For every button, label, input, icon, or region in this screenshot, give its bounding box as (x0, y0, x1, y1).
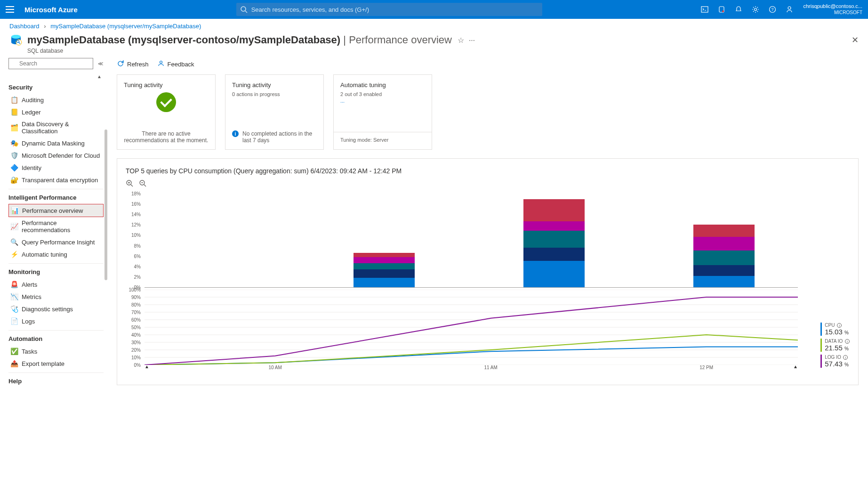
global-search-input[interactable] (236, 3, 542, 16)
encryption-icon: 🔐 (10, 176, 18, 184)
refresh-button[interactable]: Refresh (117, 60, 149, 69)
query-insight-icon: 🔍 (10, 238, 18, 246)
feedback-icon[interactable] (785, 5, 794, 14)
search-icon (240, 6, 248, 15)
line-chart[interactable]: 0%10%20%30%40%50%60%70%80%90%100% (145, 290, 798, 365)
diagnostic-icon: 🩺 (10, 305, 18, 313)
sidebar-item-auditing[interactable]: 📋Auditing (8, 94, 104, 106)
tuning-cards: Tuning activity There are no active reco… (117, 74, 859, 150)
favorite-icon[interactable]: ☆ (458, 36, 464, 45)
zoom-in-icon[interactable] (126, 179, 134, 188)
svg-point-0 (241, 7, 246, 11)
sidebar-search-input[interactable] (8, 58, 93, 69)
info-icon: i (232, 130, 239, 137)
copilot-icon[interactable] (717, 5, 726, 14)
feedback-button[interactable]: Feedback (157, 60, 194, 69)
legend-cpu: CPU i 15.03 % (820, 323, 850, 336)
content-area: Refresh Feedback Tuning activity There a… (107, 54, 868, 477)
page-name: Performance overview (349, 34, 452, 46)
auto-tuning-details-link[interactable]: ... (340, 98, 425, 104)
defender-icon: 🛡️ (10, 152, 18, 159)
sidebar-item-dynamic-masking[interactable]: 🎭Dynamic Data Masking (8, 137, 104, 149)
svg-line-1 (245, 11, 247, 13)
sidebar-item-automatic-tuning[interactable]: ⚡Automatic tuning (8, 248, 104, 260)
alerts-icon: 🚨 (10, 281, 18, 288)
range-start-marker[interactable]: ▲ (145, 364, 149, 369)
sql-database-icon (9, 33, 23, 47)
tasks-icon: ✅ (10, 348, 18, 355)
sidebar-item-query-insight[interactable]: 🔍Query Performance Insight (8, 236, 104, 248)
auto-tuning-icon: ⚡ (10, 251, 18, 258)
breadcrumb-current[interactable]: mySampleDatabase (mysqlserver/mySampleDa… (50, 23, 201, 30)
sidebar-item-alerts[interactable]: 🚨Alerts (8, 278, 104, 291)
sidebar-item-diagnostic[interactable]: 🩺Diagnostic settings (8, 303, 104, 315)
bar-chart[interactable]: 0%2%4%6%8%10%12%14%16%18% (145, 194, 798, 288)
ledger-icon: 📒 (10, 108, 18, 116)
info-icon[interactable]: i (845, 339, 850, 344)
card-automatic-tuning[interactable]: Automatic tuning 2 out of 3 enabled ... … (333, 74, 432, 150)
auditing-icon: 📋 (10, 96, 18, 104)
notifications-icon[interactable] (734, 5, 743, 14)
topbar-icons: ? (700, 5, 794, 14)
svg-line-22 (144, 185, 146, 186)
sidebar: ≪ ▲ Security 📋Auditing 📒Ledger 🗂️Data Di… (0, 54, 107, 477)
section-monitoring: Monitoring (8, 268, 104, 275)
svg-point-8 (788, 7, 791, 9)
collapse-sidebar-icon[interactable]: ≪ (98, 61, 104, 67)
discovery-icon: 🗂️ (10, 124, 18, 131)
feedback-person-icon (157, 60, 165, 69)
sidebar-item-export-template[interactable]: 📤Export template (8, 357, 104, 370)
sidebar-item-logs[interactable]: 📄Logs (8, 315, 104, 327)
svg-point-5 (755, 8, 757, 11)
more-icon[interactable]: ⋯ (469, 37, 475, 44)
cloud-shell-icon[interactable] (700, 5, 709, 14)
account-menu[interactable]: chrisqpublic@contoso.c... MICROSOFT (803, 3, 862, 15)
export-icon: 📤 (10, 360, 18, 367)
hamburger-menu[interactable] (6, 4, 17, 15)
sidebar-item-metrics[interactable]: 📉Metrics (8, 291, 104, 303)
sidebar-item-defender[interactable]: 🛡️Microsoft Defender for Cloud (8, 149, 104, 162)
chart-legend: CPU i 15.03 % DATA IO i 21.55 % LOG IO i… (820, 323, 850, 371)
card-tuning-activity-recs[interactable]: Tuning activity There are no active reco… (117, 74, 216, 150)
scroll-up-icon[interactable]: ▲ (8, 74, 104, 79)
resource-type: SQL database (0, 48, 868, 54)
info-icon[interactable]: i (837, 323, 842, 328)
info-icon[interactable]: i (843, 355, 848, 360)
sidebar-item-performance-recs[interactable]: 📈Performance recommendations (8, 217, 104, 236)
svg-point-10 (11, 35, 21, 39)
sidebar-item-performance-overview[interactable]: 📊Performance overview (8, 204, 104, 217)
page-title: mySampleDatabase (mysqlserver-contoso/my… (27, 34, 452, 46)
svg-text:?: ? (772, 7, 774, 12)
legend-logio: LOG IO i 57.43 % (820, 355, 850, 368)
content-toolbar: Refresh Feedback (117, 58, 859, 74)
chart-xaxis: ▲ 10 AM 11 AM 12 PM ▲ (145, 365, 798, 376)
brand-label: Microsoft Azure (24, 6, 78, 14)
sidebar-item-identity[interactable]: 🔷Identity (8, 162, 104, 174)
breadcrumb: Dashboard › mySampleDatabase (mysqlserve… (0, 19, 868, 32)
sidebar-item-data-discovery[interactable]: 🗂️Data Discovery & Classification (8, 118, 104, 137)
sidebar-item-tde[interactable]: 🔐Transparent data encryption (8, 174, 104, 186)
chevron-right-icon: › (44, 23, 46, 30)
svg-line-18 (131, 185, 133, 186)
settings-icon[interactable] (751, 5, 760, 14)
azure-topbar: Microsoft Azure ? chrisqpublic@contoso.c… (0, 0, 868, 19)
range-end-marker[interactable]: ▲ (793, 364, 798, 369)
breadcrumb-root[interactable]: Dashboard (9, 23, 40, 30)
identity-icon: 🔷 (10, 164, 18, 171)
account-tenant: MICROSOFT (803, 10, 862, 16)
sidebar-item-tasks[interactable]: ✅Tasks (8, 345, 104, 357)
sidebar-item-ledger[interactable]: 📒Ledger (8, 106, 104, 118)
chart-title: TOP 5 queries by CPU consumption (Query … (126, 167, 850, 175)
zoom-out-icon[interactable] (139, 179, 147, 188)
close-icon[interactable]: ✕ (852, 35, 859, 45)
section-help: Help (8, 378, 104, 385)
masking-icon: 🎭 (10, 139, 18, 147)
global-search-wrap (236, 3, 542, 16)
logs-icon: 📄 (10, 317, 18, 325)
perf-recs-icon: 📈 (10, 223, 18, 230)
card-tuning-activity-actions[interactable]: Tuning activity 0 actions in progress i … (225, 74, 324, 150)
help-icon[interactable]: ? (768, 5, 777, 14)
perf-overview-icon: 📊 (11, 207, 18, 214)
section-automation: Automation (8, 335, 104, 342)
refresh-icon (117, 60, 124, 69)
